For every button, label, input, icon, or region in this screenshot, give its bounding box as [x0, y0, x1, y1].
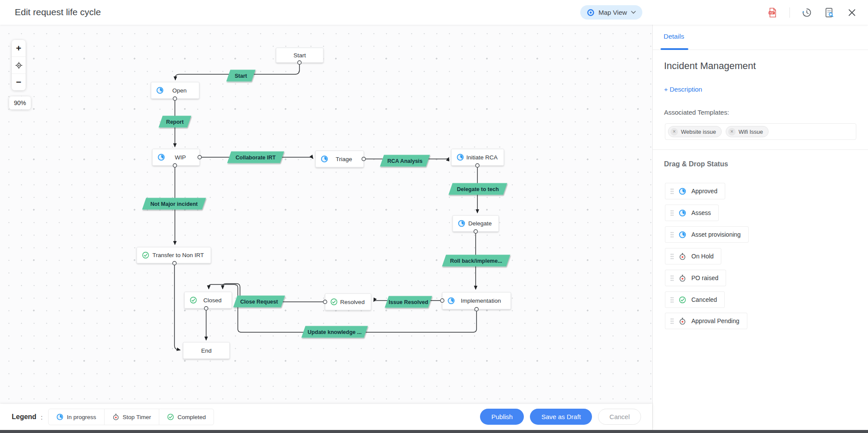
edge-label-report[interactable]: Report [158, 116, 191, 128]
connection-port[interactable] [173, 261, 176, 265]
flow-node-closed[interactable]: Closed [184, 292, 232, 308]
legend-label: Legend [12, 413, 36, 421]
template-chip: × Website issue [668, 126, 722, 137]
completed-icon [191, 297, 197, 303]
drag-handle-icon[interactable] [671, 210, 674, 216]
remove-chip-icon[interactable]: × [728, 128, 736, 136]
flow-node-triage[interactable]: Triage [316, 151, 364, 167]
map-view-dropdown[interactable]: Map View [580, 5, 642, 20]
edge-transfer-to-non-irt-to-end[interactable] [174, 265, 180, 350]
connection-port[interactable] [362, 157, 365, 161]
in-progress-icon [56, 413, 63, 420]
flow-node-open[interactable]: Open [151, 82, 199, 99]
svg-text:Implementation: Implementation [461, 297, 501, 304]
associated-templates-label: Associated Templates: [664, 109, 729, 116]
status-item-label: PO raised [691, 274, 718, 281]
status-item-label: Approved [691, 188, 717, 195]
status-item-canceled[interactable]: Canceled [665, 291, 725, 308]
svg-text:Start: Start [293, 52, 306, 59]
connection-port[interactable] [298, 61, 301, 64]
status-item-on-hold[interactable]: On Hold [665, 248, 721, 264]
publish-button[interactable]: Publish [480, 409, 524, 425]
drag-handle-icon[interactable] [671, 254, 674, 259]
edge-label-close-request[interactable]: Close Request [233, 296, 285, 307]
edge-label-collaborate-irt[interactable]: Collaborate IRT [227, 152, 284, 163]
edge-label-delegate-to-tech[interactable]: Delegate to tech [448, 183, 507, 195]
flow-node-end[interactable]: End [183, 342, 230, 359]
status-item-approval-pending[interactable]: Approval Pending [665, 313, 747, 329]
connection-port[interactable] [198, 155, 201, 159]
status-item-asset-provisioning[interactable]: Asset provisioning [665, 226, 749, 243]
drag-handle-icon[interactable] [671, 275, 674, 281]
connection-port[interactable] [476, 164, 479, 167]
tab-details[interactable]: Details [664, 33, 684, 40]
templates-box[interactable]: × Website issue × Wifi Issue [665, 123, 856, 140]
svg-text:Start: Start [235, 73, 247, 79]
legend-item-label: Stop Timer [123, 414, 151, 420]
legend-colon: : [41, 413, 43, 421]
history-icon[interactable] [801, 7, 812, 18]
in-progress-icon [679, 188, 686, 195]
svg-text:Closed: Closed [203, 297, 221, 304]
chevron-down-icon [631, 11, 636, 14]
add-description-link[interactable]: + Description [664, 86, 702, 93]
edge-label-roll-back-impleme[interactable]: Roll back/impleme... [442, 255, 510, 267]
svg-text:Open: Open [172, 87, 187, 94]
drag-handle-icon[interactable] [671, 297, 674, 303]
connection-port[interactable] [173, 164, 177, 167]
connection-port[interactable] [173, 97, 177, 100]
in-progress-icon [448, 298, 454, 304]
footer-actions: Publish Save as Draft Cancel [480, 409, 641, 425]
zoom-in-button[interactable]: + [12, 40, 26, 57]
diagram-canvas[interactable]: Start Report Collaborate IRT RCA Analysi… [0, 25, 652, 430]
edge-label-issue-resolved[interactable]: Issue Resolved [385, 296, 432, 308]
status-item-po-raised[interactable]: PO raised [665, 270, 726, 286]
status-item-approved[interactable]: Approved [665, 183, 725, 199]
zoom-out-button[interactable]: − [12, 74, 26, 90]
flow-node-implementation[interactable]: Implementation [442, 292, 511, 309]
flow-node-initiate-rca[interactable]: Initiate RCA [451, 149, 504, 165]
status-item-label: Canceled [691, 296, 717, 303]
edge-label-not-major-incident[interactable]: Not Major incident [142, 198, 206, 210]
svg-text:Collaborate IRT: Collaborate IRT [236, 155, 276, 161]
status-item-label: Approval Pending [691, 317, 740, 324]
connection-port[interactable] [474, 230, 477, 233]
drag-handle-icon[interactable] [671, 318, 674, 324]
flow-node-start[interactable]: Start [276, 48, 323, 63]
canvas-footer: Legend : In progress Stop Timer Complete… [0, 404, 652, 430]
connection-port[interactable] [441, 299, 444, 302]
flow-node-transfer-to-non-irt[interactable]: Transfer to Non IRT [137, 247, 211, 263]
sidebar-tabs: Details [653, 25, 868, 50]
connection-port[interactable] [323, 300, 327, 304]
connection-port[interactable] [204, 307, 208, 310]
svg-text:Close Request: Close Request [240, 299, 279, 305]
legend-item-label: Completed [178, 414, 206, 420]
save-as-draft-button[interactable]: Save as Draft [530, 409, 592, 425]
legend-item-completed: Completed [159, 409, 214, 425]
svg-text:Initiate RCA: Initiate RCA [466, 154, 497, 161]
crosshair-icon [15, 62, 23, 69]
status-item-assess[interactable]: Assess [665, 205, 719, 221]
flowchart[interactable]: Start Report Collaborate IRT RCA Analysi… [0, 25, 652, 430]
tab-active-underline [661, 48, 688, 50]
edge-label-update-knowledge[interactable]: Update knowledge ... [301, 326, 368, 338]
remove-chip-icon[interactable]: × [671, 128, 678, 136]
connection-port[interactable] [475, 307, 478, 311]
flow-node-delegate[interactable]: Delegate [453, 215, 499, 231]
cancel-button[interactable]: Cancel [598, 409, 641, 425]
header: Edit request life cycle Map View PDF [0, 0, 868, 25]
zoom-level-badge: 90% [9, 96, 31, 109]
drag-handle-icon[interactable] [671, 188, 674, 194]
flow-node-wip[interactable]: WIP [152, 149, 200, 165]
svg-text:Delegate: Delegate [468, 220, 492, 227]
fit-to-center-button[interactable] [12, 57, 26, 74]
svg-text:Roll back/impleme...: Roll back/impleme... [450, 258, 502, 264]
drag-handle-icon[interactable] [671, 232, 674, 238]
close-icon[interactable] [846, 7, 858, 18]
flow-node-resolved[interactable]: Resolved [325, 294, 371, 310]
edge-label-rca-analysis[interactable]: RCA Analysis [380, 155, 430, 167]
audit-log-icon[interactable] [824, 7, 835, 18]
edge-label-start[interactable]: Start [226, 70, 255, 82]
in-progress-icon [158, 154, 164, 160]
export-pdf-icon[interactable]: PDF [767, 7, 778, 18]
